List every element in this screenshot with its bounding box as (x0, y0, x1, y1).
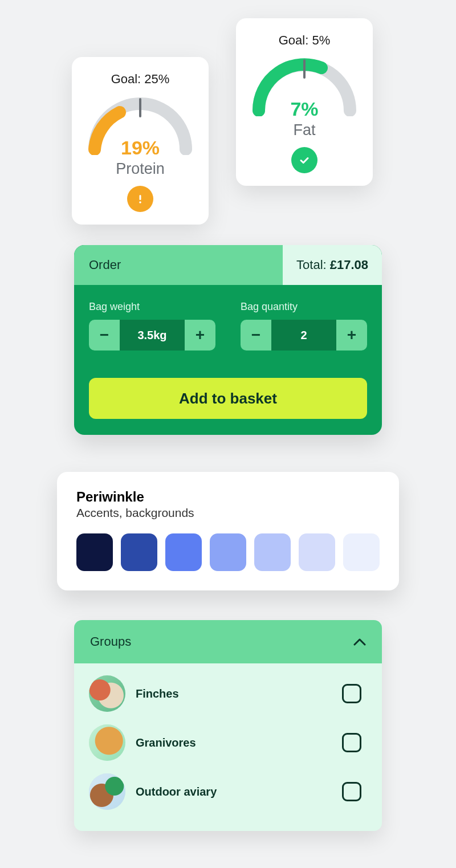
bag-quantity-plus-button[interactable]: + (336, 320, 367, 351)
palette-title: Periwinkle (76, 489, 380, 505)
order-total-value: £17.08 (330, 258, 368, 272)
warning-icon (127, 186, 153, 212)
palette-subtitle: Accents, backgrounds (76, 506, 380, 520)
add-to-basket-button[interactable]: Add to basket (89, 378, 367, 419)
checkmark-icon (291, 147, 317, 173)
gauge-name: Protein (82, 160, 198, 178)
palette-card: Periwinkle Accents, backgrounds (57, 472, 399, 590)
swatch-3[interactable] (210, 533, 246, 571)
bag-weight-stepper: Bag weight − 3.5kg + (89, 301, 215, 351)
groups-header[interactable]: Groups (74, 620, 382, 663)
list-item: Outdoor aviary (85, 767, 370, 816)
groups-card: Groups Finches Granivores Outdoor aviary (74, 620, 382, 831)
chevron-up-icon (353, 634, 366, 649)
bag-weight-minus-button[interactable]: − (89, 320, 120, 351)
swatch-0[interactable] (76, 533, 113, 571)
gauge-goal-label: Goal: 25% (82, 72, 198, 87)
gauge-goal-label: Goal: 5% (246, 33, 363, 48)
gauge-arc (247, 54, 361, 116)
swatch-1[interactable] (121, 533, 157, 571)
group-label: Finches (136, 687, 342, 700)
swatch-4[interactable] (254, 533, 291, 571)
checkbox-finches[interactable] (342, 684, 361, 703)
groups-title: Groups (90, 634, 131, 649)
swatch-5[interactable] (299, 533, 335, 571)
list-item: Finches (85, 669, 370, 718)
swatch-6[interactable] (343, 533, 380, 571)
bag-weight-label: Bag weight (89, 301, 215, 313)
avatar-granivores (89, 724, 125, 761)
svg-rect-0 (140, 195, 141, 200)
gauge-arc (83, 92, 197, 155)
order-total: Total: £17.08 (283, 245, 382, 285)
bag-quantity-minus-button[interactable]: − (241, 320, 271, 351)
list-item: Granivores (85, 718, 370, 767)
order-card: Order Total: £17.08 Bag weight − 3.5kg +… (74, 245, 382, 435)
gauge-card-protein: Goal: 25% 19% Protein (72, 57, 209, 225)
bag-quantity-label: Bag quantity (241, 301, 367, 313)
gauge-needle (303, 59, 306, 79)
swatch-2[interactable] (165, 533, 202, 571)
gauge-name: Fat (246, 121, 363, 139)
bag-quantity-value: 2 (271, 320, 336, 351)
bag-weight-plus-button[interactable]: + (185, 320, 215, 351)
palette-swatches (76, 533, 380, 571)
bag-quantity-stepper: Bag quantity − 2 + (241, 301, 367, 351)
group-label: Outdoor aviary (136, 785, 342, 798)
avatar-finches (89, 675, 125, 712)
checkbox-granivores[interactable] (342, 733, 361, 752)
bag-weight-value: 3.5kg (120, 320, 185, 351)
group-label: Granivores (136, 736, 342, 749)
gauge-needle (139, 98, 141, 117)
order-header: Order Total: £17.08 (74, 245, 382, 285)
gauge-card-fat: Goal: 5% 7% Fat (236, 18, 373, 186)
checkbox-outdoor-aviary[interactable] (342, 782, 361, 801)
order-total-label: Total: (296, 258, 327, 272)
order-title: Order (74, 245, 283, 285)
avatar-outdoor-aviary (89, 773, 125, 810)
svg-point-1 (139, 201, 141, 203)
